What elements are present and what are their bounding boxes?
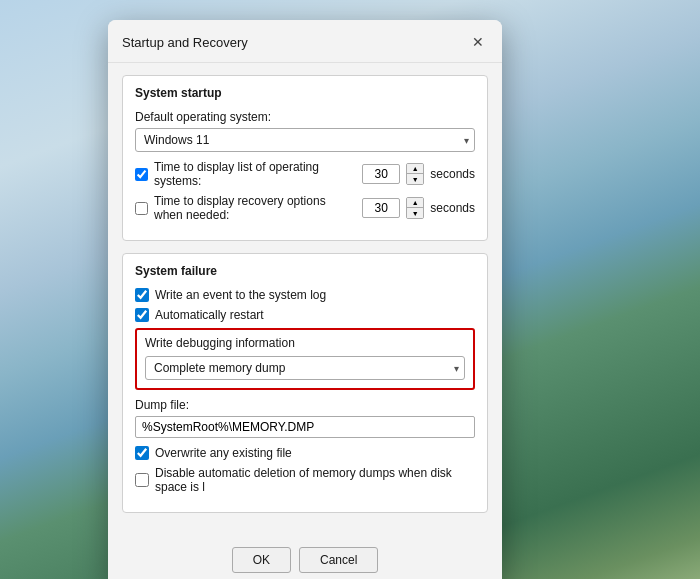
time-recovery-down-button[interactable]: ▼	[407, 208, 423, 218]
default-os-select[interactable]: Windows 11	[135, 128, 475, 152]
dialog-footer: OK Cancel	[108, 539, 502, 579]
close-button[interactable]: ✕	[466, 30, 490, 54]
time-display-input[interactable]: 30	[362, 164, 400, 184]
time-recovery-label: Time to display recovery options when ne…	[154, 194, 356, 222]
default-os-field: Default operating system: Windows 11 ▾	[135, 110, 475, 152]
time-display-checkbox[interactable]	[135, 168, 148, 181]
time-recovery-row: Time to display recovery options when ne…	[135, 194, 475, 222]
time-recovery-suffix: seconds	[430, 201, 475, 215]
dump-file-field: Dump file:	[135, 398, 475, 438]
time-recovery-checkbox[interactable]	[135, 202, 148, 215]
time-recovery-up-button[interactable]: ▲	[407, 198, 423, 208]
time-display-label: Time to display list of operating system…	[154, 160, 356, 188]
write-event-label: Write an event to the system log	[155, 288, 326, 302]
system-failure-title: System failure	[135, 264, 475, 278]
debug-dropdown-wrapper: Complete memory dump Kernel memory dump …	[145, 356, 465, 380]
write-debug-highlighted-box: Write debugging information Complete mem…	[135, 328, 475, 390]
debug-dropdown[interactable]: Complete memory dump Kernel memory dump …	[145, 356, 465, 380]
time-display-down-button[interactable]: ▼	[407, 174, 423, 184]
overwrite-row: Overwrite any existing file	[135, 446, 475, 460]
ok-button[interactable]: OK	[232, 547, 291, 573]
time-display-up-button[interactable]: ▲	[407, 164, 423, 174]
dialog-titlebar: Startup and Recovery ✕	[108, 20, 502, 63]
time-recovery-spinner: ▲ ▼	[406, 197, 424, 219]
dialog-title: Startup and Recovery	[122, 35, 248, 50]
auto-restart-checkbox[interactable]	[135, 308, 149, 322]
disable-auto-delete-row: Disable automatic deletion of memory dum…	[135, 466, 475, 494]
dump-file-input[interactable]	[135, 416, 475, 438]
cancel-button[interactable]: Cancel	[299, 547, 378, 573]
time-display-spinner: ▲ ▼	[406, 163, 424, 185]
time-recovery-input[interactable]: 30	[362, 198, 400, 218]
system-startup-title: System startup	[135, 86, 475, 100]
write-debug-label: Write debugging information	[145, 336, 465, 350]
auto-restart-row: Automatically restart	[135, 308, 475, 322]
time-display-row: Time to display list of operating system…	[135, 160, 475, 188]
system-failure-section: System failure Write an event to the sys…	[122, 253, 488, 513]
overwrite-label: Overwrite any existing file	[155, 446, 292, 460]
disable-auto-delete-checkbox[interactable]	[135, 473, 149, 487]
write-event-checkbox[interactable]	[135, 288, 149, 302]
write-event-row: Write an event to the system log	[135, 288, 475, 302]
overwrite-checkbox[interactable]	[135, 446, 149, 460]
dump-file-label: Dump file:	[135, 398, 475, 412]
default-os-label: Default operating system:	[135, 110, 475, 124]
dialog-body: System startup Default operating system:…	[108, 63, 502, 539]
system-startup-section: System startup Default operating system:…	[122, 75, 488, 241]
disable-auto-delete-label: Disable automatic deletion of memory dum…	[155, 466, 475, 494]
auto-restart-label: Automatically restart	[155, 308, 264, 322]
startup-recovery-dialog: Startup and Recovery ✕ System startup De…	[108, 20, 502, 579]
default-os-select-wrapper: Windows 11 ▾	[135, 128, 475, 152]
time-display-suffix: seconds	[430, 167, 475, 181]
